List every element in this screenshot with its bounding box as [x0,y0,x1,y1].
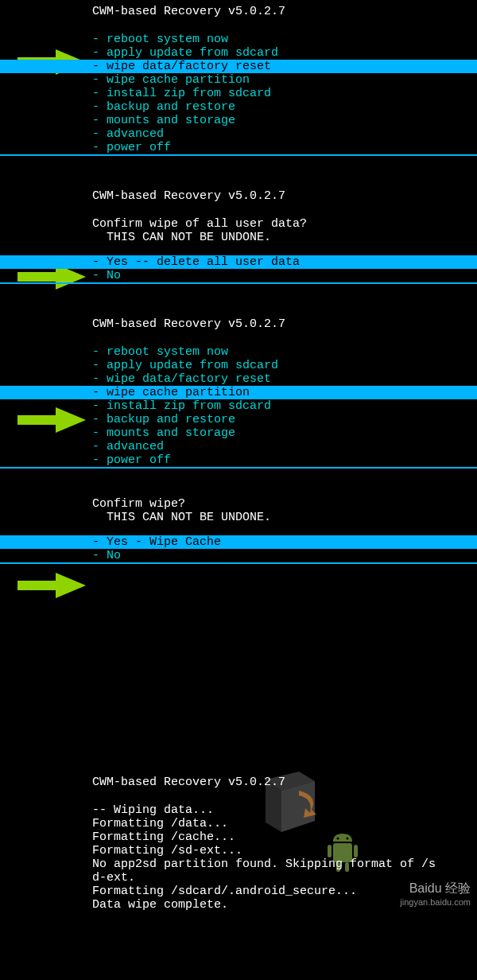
menu-wipe-cache[interactable]: - wipe cache partition [92,73,477,87]
recovery-title: CWM-based Recovery v5.0.2.7 [92,185,477,206]
menu-reboot[interactable]: - reboot system now [92,33,477,46]
recovery-screen-3: CWM-based Recovery v5.0.2.7 - reboot sys… [0,313,477,469]
menu-power-off[interactable]: - power off [92,141,477,154]
menu-backup[interactable]: - backup and restore [92,100,477,114]
confirm-no[interactable]: - No [92,269,477,282]
watermark-brand: Baidu 经验 [400,881,471,897]
log-line: Formatting /sd-ext... [92,844,477,858]
menu-wipe-cache[interactable]: - wipe cache partition [0,386,477,399]
pointer-arrow-4 [17,571,87,600]
menu-install-zip[interactable]: - install zip from sdcard [92,399,477,413]
menu-advanced[interactable]: - advanced [92,127,477,141]
recovery-screen-2: CWM-based Recovery v5.0.2.7 Confirm wipe… [0,185,477,284]
menu-wipe-data[interactable]: - wipe data/factory reset [0,60,477,73]
log-line: -- Wiping data... [92,803,477,817]
menu-advanced[interactable]: - advanced [92,440,477,453]
confirm-question: Confirm wipe? [92,497,477,511]
recovery-title: CWM-based Recovery v5.0.2.7 [92,771,477,792]
watermark-url: jingyan.baidu.com [400,897,471,907]
menu-power-off[interactable]: - power off [92,453,477,467]
menu-wipe-data[interactable]: - wipe data/factory reset [92,372,477,386]
confirm-yes[interactable]: - Yes - Wipe Cache [0,535,477,549]
menu-divider [0,154,477,156]
confirm-warning: THIS CAN NOT BE UNDONE. [92,511,477,524]
menu-divider [0,467,477,469]
watermark: Baidu 经验 jingyan.baidu.com [400,881,471,907]
menu-mounts[interactable]: - mounts and storage [92,114,477,127]
confirm-yes[interactable]: - Yes -- delete all user data [0,255,477,269]
menu-apply-update[interactable]: - apply update from sdcard [92,359,477,372]
log-line: Formatting /data... [92,817,477,830]
menu-install-zip[interactable]: - install zip from sdcard [92,87,477,100]
confirm-no[interactable]: - No [92,549,477,562]
log-line: Formatting /cache... [92,830,477,844]
menu-divider [0,282,477,284]
menu-divider [0,562,477,564]
svg-marker-3 [17,573,86,598]
menu-backup[interactable]: - backup and restore [92,413,477,426]
confirm-question: Confirm wipe of all user data? [92,217,477,231]
recovery-screen-4: Confirm wipe? THIS CAN NOT BE UNDONE. - … [0,497,477,564]
confirm-warning: THIS CAN NOT BE UNDONE. [92,231,477,244]
recovery-title: CWM-based Recovery v5.0.2.7 [92,313,477,334]
log-line: No app2sd partition found. Skipping form… [92,858,477,871]
menu-apply-update[interactable]: - apply update from sdcard [92,46,477,60]
menu-reboot[interactable]: - reboot system now [92,345,477,359]
recovery-screen-1: CWM-based Recovery v5.0.2.7 - reboot sys… [0,0,477,156]
recovery-title: CWM-based Recovery v5.0.2.7 [92,0,477,21]
menu-mounts[interactable]: - mounts and storage [92,426,477,440]
